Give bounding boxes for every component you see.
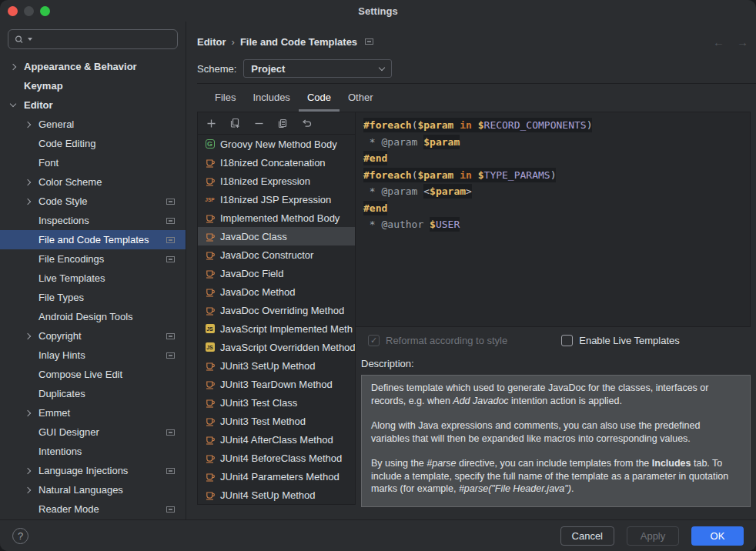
reset-template-button[interactable] <box>301 118 312 129</box>
sidebar-item-inspections[interactable]: Inspections <box>0 211 186 230</box>
search-box[interactable] <box>8 29 178 49</box>
sidebar-item-gui-designer[interactable]: GUI Designer <box>0 422 186 442</box>
sidebar-item-live-templates[interactable]: Live Templates <box>0 269 186 288</box>
template-item-i18nized-expression[interactable]: I18nized Expression <box>198 172 355 190</box>
chevron-right-icon[interactable] <box>25 179 31 185</box>
sidebar-item-compose-live-edit[interactable]: Compose Live Edit <box>0 365 186 384</box>
template-item-javadoc-method[interactable]: JavaDoc Method <box>198 282 355 301</box>
minimize-button[interactable] <box>24 6 34 16</box>
breadcrumb-editor[interactable]: Editor <box>197 36 226 48</box>
enable-live-templates-checkbox[interactable]: Enable Live Templates <box>561 335 680 346</box>
sidebar-item-reader-mode[interactable]: Reader Mode <box>0 499 186 519</box>
breadcrumb-page: File and Code Templates <box>240 36 357 48</box>
sidebar-item-color-scheme[interactable]: Color Scheme <box>0 172 186 192</box>
zoom-button[interactable] <box>40 6 50 16</box>
apply-button[interactable]: Apply <box>627 526 679 546</box>
javascript-icon: JS <box>206 342 215 352</box>
sidebar-item-label: Live Templates <box>38 272 105 284</box>
template-item-label: I18nized Concatenation <box>220 157 326 169</box>
template-item-junit3-teardown-method[interactable]: JUnit3 TearDown Method <box>198 375 355 393</box>
groovy-icon: G <box>206 139 215 149</box>
template-item-javascript-implemented-meth[interactable]: JSJavaScript Implemented Meth <box>198 319 355 338</box>
template-item-junit3-setup-method[interactable]: JUnit3 SetUp Method <box>198 356 355 375</box>
template-item-javadoc-constructor[interactable]: JavaDoc Constructor <box>198 245 355 264</box>
chevron-right-icon[interactable] <box>25 198 31 204</box>
sidebar-item-label: Code Style <box>38 195 88 207</box>
chevron-right-icon[interactable] <box>25 486 31 493</box>
reformat-checkbox[interactable]: ✓ Reformat according to style <box>368 335 507 346</box>
sidebar-item-editor[interactable]: Editor <box>0 95 186 115</box>
template-item-junit4-afterclass-method[interactable]: JUnit4 AfterClass Method <box>198 430 355 449</box>
search-input[interactable] <box>34 34 171 45</box>
chevron-right-icon[interactable] <box>25 332 31 339</box>
sidebar-item-file-encodings[interactable]: File Encodings <box>0 249 186 269</box>
template-tabs: Files Includes Code Other <box>197 84 756 112</box>
template-code-editor[interactable]: #foreach($param in $RECORD_COMPONENTS) *… <box>355 112 751 327</box>
template-item-junit3-test-method[interactable]: JUnit3 Test Method <box>198 412 355 430</box>
cancel-button[interactable]: Cancel <box>560 526 614 546</box>
window-title: Settings <box>358 5 397 17</box>
template-item-junit4-setup-method[interactable]: JUnit4 SetUp Method <box>198 486 355 504</box>
tab-files[interactable]: Files <box>206 84 244 112</box>
template-item-label: JavaScript Overridden Method <box>220 342 355 353</box>
java-class-icon <box>205 489 216 500</box>
sidebar-item-android-design-tools[interactable]: Android Design Tools <box>0 307 186 326</box>
template-item-junit3-test-class[interactable]: JUnit3 Test Class <box>198 393 355 412</box>
template-options: ✓ Reformat according to style Enable Liv… <box>355 332 751 349</box>
search-options-caret-icon[interactable] <box>28 38 32 41</box>
sidebar-item-code-editing[interactable]: Code Editing <box>0 134 186 153</box>
sidebar-item-file-types[interactable]: File Types <box>0 288 186 307</box>
sidebar-item-copyright[interactable]: Copyright <box>0 326 186 346</box>
template-list-panel: GGroovy New Method BodyI18nized Concaten… <box>197 112 356 505</box>
tab-other[interactable]: Other <box>340 84 382 112</box>
template-item-implemented-method-body[interactable]: Implemented Method Body <box>198 209 355 227</box>
sidebar-item-file-and-code-templates[interactable]: File and Code Templates <box>0 230 186 249</box>
close-button[interactable] <box>8 6 18 16</box>
sidebar-item-label: Reader Mode <box>38 503 99 515</box>
sidebar-item-emmet[interactable]: Emmet <box>0 403 186 422</box>
sidebar-item-appearance-behavior[interactable]: Appearance & Behavior <box>0 57 186 76</box>
tab-includes[interactable]: Includes <box>244 84 298 112</box>
sidebar-item-inlay-hints[interactable]: Inlay Hints <box>0 346 186 365</box>
sidebar-item-intentions[interactable]: Intentions <box>0 442 186 461</box>
sidebar-item-keymap[interactable]: Keymap <box>0 76 186 95</box>
sidebar-item-general[interactable]: General <box>0 115 186 134</box>
template-item-i18nized-concatenation[interactable]: I18nized Concatenation <box>198 153 355 172</box>
template-item-javascript-overridden-method[interactable]: JSJavaScript Overridden Method <box>198 338 355 356</box>
sidebar-item-font[interactable]: Font <box>0 153 186 172</box>
template-item-junit4-parameters-method[interactable]: JUnit4 Parameters Method <box>198 467 355 486</box>
template-item-javadoc-class[interactable]: JavaDoc Class <box>198 227 355 245</box>
java-class-icon <box>205 360 216 371</box>
chevron-right-icon[interactable] <box>25 409 31 416</box>
template-item-junit4-beforeclass-method[interactable]: JUnit4 BeforeClass Method <box>198 449 355 467</box>
template-item-javadoc-field[interactable]: JavaDoc Field <box>198 264 355 282</box>
template-list-toolbar <box>198 112 355 135</box>
sidebar-item-natural-languages[interactable]: Natural Languages <box>0 480 186 499</box>
chevron-right-icon[interactable] <box>10 63 16 69</box>
chevron-right-icon[interactable] <box>25 121 31 127</box>
template-item-javadoc-overriding-method[interactable]: JavaDoc Overriding Method <box>198 301 355 319</box>
add-template-button[interactable] <box>206 118 216 129</box>
template-item-i18nized-jsp-expression[interactable]: JSPI18nized JSP Expression <box>198 190 355 209</box>
scheme-dropdown[interactable]: Project <box>243 59 392 78</box>
java-class-icon <box>205 157 216 168</box>
sidebar-item-code-style[interactable]: Code Style <box>0 192 186 211</box>
remove-template-button[interactable] <box>253 118 264 129</box>
help-button[interactable]: ? <box>12 528 28 544</box>
sidebar-item-duplicates[interactable]: Duplicates <box>0 384 186 403</box>
chevron-right-icon[interactable] <box>25 467 31 473</box>
chevron-down-icon[interactable] <box>10 101 16 107</box>
copy-template-button[interactable] <box>277 118 288 129</box>
ok-button[interactable]: OK <box>691 526 744 546</box>
java-class-icon <box>205 175 216 186</box>
breadcrumb: Editor › File and Code Templates ← → <box>197 32 756 51</box>
reformat-checkbox-label: Reformat according to style <box>386 335 507 346</box>
sidebar-item-language-injections[interactable]: Language Injections <box>0 461 186 480</box>
duplicate-template-button[interactable] <box>229 118 240 129</box>
back-arrow-icon[interactable]: ← <box>713 35 724 48</box>
tab-code[interactable]: Code <box>299 84 340 112</box>
settings-tree: Appearance & BehaviorKeymapEditorGeneral… <box>0 57 186 519</box>
sidebar-item-label: Keymap <box>24 80 63 92</box>
template-item-groovy-new-method-body[interactable]: GGroovy New Method Body <box>198 135 355 153</box>
forward-arrow-icon[interactable]: → <box>737 35 748 48</box>
